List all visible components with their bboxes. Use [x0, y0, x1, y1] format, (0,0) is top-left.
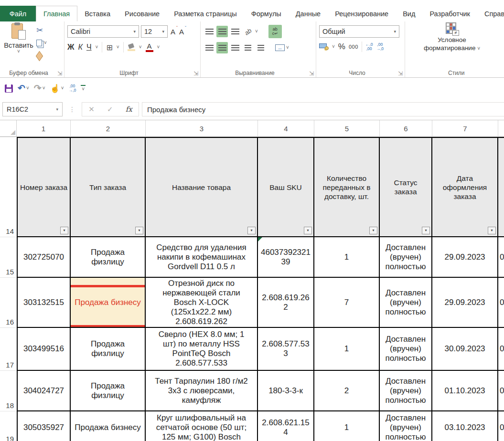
cell-type[interactable]: Продажа физлицу: [71, 371, 146, 411]
font-size-dropdown-icon[interactable]: ▾: [162, 29, 164, 34]
format-painter-button[interactable]: [36, 53, 43, 59]
cell-product[interactable]: Тент Тарпаулин 180 г/м2 3х3 с люверсами,…: [146, 371, 258, 411]
format-as-table-button[interactable]: Формати как таб.: [494, 22, 504, 51]
column-header-3[interactable]: 3: [146, 120, 258, 137]
header-cell-product[interactable]: Название товара ▾: [146, 137, 258, 237]
align-top-button[interactable]: [204, 26, 215, 37]
tab-file[interactable]: Файл: [0, 6, 36, 21]
cell-order[interactable]: 302725070: [17, 237, 71, 278]
touch-mode-caret-icon[interactable]: ˅: [61, 86, 64, 91]
cell-order[interactable]: 304024727: [17, 371, 71, 411]
cell-type[interactable]: Продажа физлицу: [71, 328, 146, 371]
cut-button[interactable]: ✂: [36, 25, 43, 35]
cell-partial[interactable]: 0: [498, 411, 504, 441]
confirm-entry-icon[interactable]: ✓: [107, 105, 113, 114]
increase-indent-button[interactable]: [255, 42, 267, 53]
header-cell-type[interactable]: Тип заказа ▾: [71, 137, 146, 237]
bold-button[interactable]: Ж: [67, 43, 74, 52]
cell-sku[interactable]: 2.608.577.533: [258, 328, 314, 371]
cell-status[interactable]: Доставлен (вручен) полностью: [380, 411, 432, 441]
tab-help[interactable]: Справка: [477, 6, 504, 21]
qat-decrease-decimal-button[interactable]: ,00 →,0: [69, 84, 76, 93]
column-header-8[interactable]: [498, 120, 504, 137]
cell-order[interactable]: 305035927: [17, 411, 71, 441]
tab-formulas[interactable]: Формулы: [244, 6, 289, 21]
formula-bar-input[interactable]: Продажа бизнесу: [142, 102, 504, 116]
row-header-17[interactable]: 17: [0, 328, 17, 371]
save-button[interactable]: [5, 84, 13, 93]
name-box[interactable]: R16C2 ▾: [2, 102, 63, 116]
cell-partial[interactable]: 0: [498, 371, 504, 411]
cell-qty[interactable]: 7: [314, 278, 380, 328]
underline-button[interactable]: Ч: [86, 43, 92, 52]
cell-type[interactable]: Продажа физлицу: [71, 237, 146, 278]
alignment-dialog-launcher[interactable]: ⇲: [309, 71, 314, 76]
cell-date[interactable]: 01.10.2023: [432, 371, 498, 411]
decrease-decimal-button[interactable]: ,00 →,0: [376, 42, 384, 51]
filter-button[interactable]: ▾: [422, 227, 430, 234]
borders-caret-icon[interactable]: ˅: [117, 45, 119, 50]
column-header-6[interactable]: 6: [380, 120, 432, 137]
cell-qty[interactable]: 1: [314, 237, 380, 278]
cell-partial[interactable]: 0: [498, 278, 504, 328]
decrease-indent-button[interactable]: [242, 42, 254, 53]
font-color-caret-icon[interactable]: ˅: [157, 45, 160, 50]
cell-order[interactable]: 303132515: [17, 278, 71, 328]
cell-status[interactable]: Доставлен (вручен) полностью: [380, 278, 432, 328]
row-header-19[interactable]: 19: [0, 411, 17, 441]
row-header-18[interactable]: 18: [0, 371, 17, 411]
fill-color-caret-icon[interactable]: ˅: [139, 45, 142, 50]
header-cell-qty[interactable]: Количество переданных в доставку, шт. ▾: [314, 137, 380, 237]
header-cell-order[interactable]: Номер заказа ▾: [17, 137, 71, 237]
wrap-text-button[interactable]: ab c↵: [268, 25, 282, 38]
font-color-button[interactable]: А: [146, 43, 153, 52]
filter-button[interactable]: ▾: [135, 227, 143, 234]
filter-button[interactable]: ▾: [247, 227, 256, 234]
filter-button[interactable]: ▾: [304, 227, 312, 234]
paste-button[interactable]: Вставить ˅: [4, 22, 33, 66]
tab-developer[interactable]: Разработчик: [422, 6, 477, 21]
header-cell-status[interactable]: Статус заказа ▾: [380, 137, 432, 237]
borders-button[interactable]: ⊞: [106, 43, 112, 52]
row-header-14[interactable]: 14: [0, 137, 17, 237]
accounting-caret-icon[interactable]: ˅: [332, 44, 335, 49]
align-bottom-button[interactable]: [229, 26, 241, 37]
cell-status[interactable]: Доставлен (вручен) полностью: [380, 328, 432, 371]
increase-decimal-button[interactable]: ←,0 ,00: [365, 42, 373, 51]
clipboard-dialog-launcher[interactable]: ⇲: [57, 71, 62, 76]
merge-center-button[interactable]: ↔: [275, 44, 285, 51]
touch-mode-button[interactable]: ☝ ˅: [50, 84, 64, 94]
cell-qty[interactable]: 2: [314, 371, 380, 411]
copy-button[interactable]: ˅: [36, 40, 47, 46]
cell-type-highlighted[interactable]: Продажа бизнесу: [71, 278, 146, 328]
header-cell-sku[interactable]: Ваш SKU ▾: [258, 137, 314, 237]
tab-page-layout[interactable]: Разметка страницы: [167, 6, 244, 21]
cell-product[interactable]: Отрезной диск по нержавеющей стали Bosch…: [146, 278, 258, 328]
cell-date[interactable]: 29.09.2023: [432, 278, 498, 328]
undo-caret-icon[interactable]: ˅: [26, 86, 29, 91]
number-format-dropdown-icon[interactable]: ▾: [394, 29, 396, 34]
cell-status[interactable]: Доставлен (вручен) полностью: [380, 237, 432, 278]
redo-caret-icon[interactable]: ˅: [43, 86, 45, 91]
number-format-combo[interactable]: Общий ▾: [319, 25, 399, 38]
cell-product[interactable]: Круг шлифовальный на сетчатой основе (50…: [146, 411, 258, 441]
cell-date[interactable]: 03.10.2023: [432, 411, 498, 441]
column-header-4[interactable]: 4: [258, 120, 314, 137]
merge-caret-icon[interactable]: ˅: [286, 45, 289, 50]
row-header-16[interactable]: 16: [0, 278, 17, 328]
tab-home[interactable]: Главная: [36, 6, 77, 21]
cell-sku[interactable]: 180-3-3-к: [258, 371, 314, 411]
select-all-corner[interactable]: ◢: [0, 120, 17, 137]
tab-review[interactable]: Рецензирование: [328, 6, 396, 21]
number-dialog-launcher[interactable]: ⇲: [398, 71, 403, 76]
orientation-caret-icon[interactable]: ˅: [255, 29, 258, 34]
cell-partial[interactable]: 0: [498, 328, 504, 371]
undo-button[interactable]: ↶ ˅: [18, 84, 29, 93]
cell-date[interactable]: 29.09.2023: [432, 237, 498, 278]
font-size-combo[interactable]: 12 ▾: [141, 25, 168, 38]
filter-button[interactable]: ▾: [488, 227, 496, 234]
column-header-5[interactable]: 5: [314, 120, 380, 137]
align-left-button[interactable]: [204, 42, 215, 53]
underline-caret-icon[interactable]: ˅: [96, 45, 98, 50]
conditional-formatting-button[interactable]: ≠ Условное форматирование ˅: [414, 22, 490, 52]
